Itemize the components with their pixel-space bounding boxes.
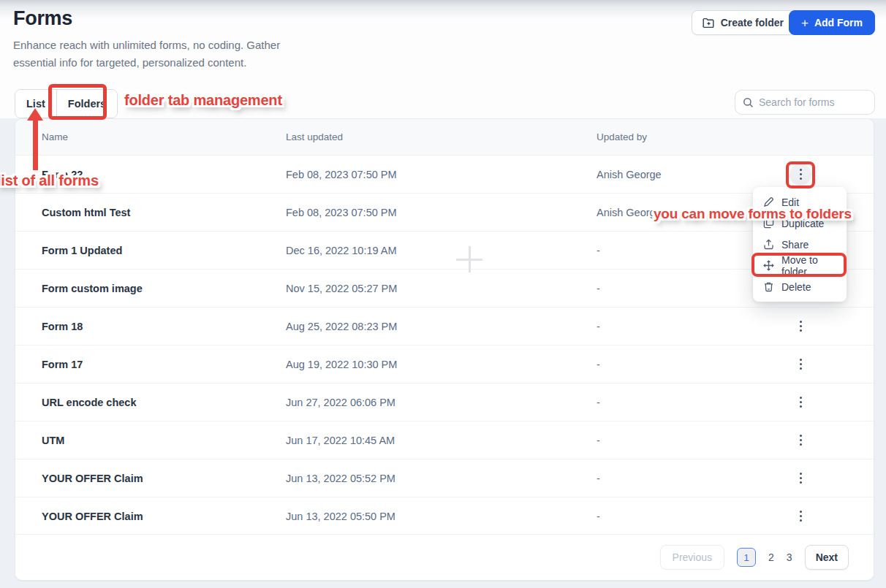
row-menu-button[interactable] [790,505,811,527]
last-updated: Nov 15, 2022 05:27 PM [286,283,597,294]
last-updated: Aug 25, 2022 08:23 PM [286,321,597,332]
updated-by: - [597,397,727,408]
table-row[interactable]: URL encode check Jun 27, 2022 06:06 PM - [15,383,874,421]
updated-by: - [597,283,727,294]
search-input[interactable] [759,96,867,108]
add-form-button[interactable]: + Add Form [789,10,875,35]
table-row[interactable]: YOUR OFFER Claim Jun 13, 2022 05:52 PM - [15,459,874,497]
row-context-menu: Edit Duplicate Share Move to folder [753,187,847,302]
form-name: Form 18 [15,321,286,332]
table-row[interactable]: Form custom image Nov 15, 2022 05:27 PM … [15,270,874,308]
page-title: Forms [13,7,72,30]
page-2-button[interactable]: 2 [768,551,774,563]
add-form-label: Add Form [814,17,863,28]
annotation-box-folders-tab [48,84,107,120]
plus-icon: + [801,17,809,29]
annotation-box-move-to-folder [751,253,847,277]
menu-item-delete[interactable]: Delete [753,276,847,297]
table-row[interactable]: Form 22 Feb 08, 2023 07:50 PM Anish Geor… [15,156,874,194]
table-header-row: Name Last updated Updated by [15,119,874,156]
search-icon [743,97,754,108]
updated-by: Anish George [597,169,727,180]
share-icon [763,239,774,250]
pagination: Previous 1 2 3 Next [15,534,874,580]
folder-plus-icon [703,18,715,28]
last-updated: Aug 19, 2022 10:30 PM [286,359,597,370]
updated-by: - [597,511,727,522]
updated-by: - [597,359,727,370]
form-name: YOUR OFFER Claim [15,473,286,484]
create-folder-label: Create folder [721,17,784,28]
updated-by: - [597,321,727,332]
annotation-arrow-up [26,108,44,171]
row-menu-button[interactable] [790,354,811,375]
subtitle-line-2: essential info for targeted, personalize… [13,54,280,72]
search-box[interactable] [735,90,875,115]
last-updated: Jun 13, 2022 05:50 PM [286,511,597,522]
updated-by: - [597,245,727,256]
page-1-button[interactable]: 1 [737,548,756,567]
create-folder-button[interactable]: Create folder [692,10,795,35]
form-name: URL encode check [15,397,286,408]
updated-by: - [597,435,727,446]
form-name: YOUR OFFER Claim [15,511,286,522]
column-header-updated-by: Updated by [597,131,727,142]
column-header-name: Name [15,131,286,142]
forms-table-card: Name Last updated Updated by Form 22 Feb… [15,118,874,581]
table-row[interactable]: Form 17 Aug 19, 2022 10:30 PM - [15,345,874,383]
form-name: Form 1 Updated [15,245,286,256]
form-name: Custom html Test [15,207,286,218]
table-row[interactable]: Form 1 Updated Dec 16, 2022 10:19 AM - [15,232,874,270]
last-updated: Feb 08, 2023 07:50 PM [286,169,597,180]
form-name: Form 17 [15,359,286,370]
trash-icon [763,281,774,292]
column-header-last-updated: Last updated [286,131,597,142]
last-updated: Jun 17, 2022 10:45 AM [286,435,597,446]
table-row[interactable]: UTM Jun 17, 2022 10:45 AM - [15,421,874,459]
row-menu-button[interactable] [790,429,811,451]
page-3-button[interactable]: 3 [787,551,792,563]
table-row[interactable]: YOUR OFFER Claim Jun 13, 2022 05:50 PM - [15,497,874,535]
page-subtitle: Enhance reach with unlimited forms, no c… [13,37,280,72]
crosshair-cursor [456,246,482,272]
table-row[interactable]: Form 18 Aug 25, 2022 08:23 PM - [15,308,874,345]
annotation-text-list-of-all-forms: list of all forms [0,172,99,189]
annotation-text-move-forms-to-folders: you can move forms to folders [654,206,852,222]
annotation-box-row-menu [786,161,815,188]
row-menu-button[interactable] [790,392,811,413]
last-updated: Jun 27, 2022 06:06 PM [286,397,597,408]
form-name: Form custom image [15,283,286,294]
last-updated: Dec 16, 2022 10:19 AM [286,245,597,256]
subtitle-line-1: Enhance reach with unlimited forms, no c… [13,37,280,54]
annotation-text-folder-tab-management: folder tab management [124,92,282,109]
menu-item-share[interactable]: Share [753,234,847,255]
last-updated: Jun 13, 2022 05:52 PM [286,473,597,484]
next-page-button[interactable]: Next [805,545,849,570]
row-menu-button[interactable] [790,316,811,337]
row-menu-button[interactable] [790,467,811,489]
form-name: UTM [15,435,286,446]
updated-by: - [597,473,727,484]
last-updated: Feb 08, 2023 07:50 PM [286,207,597,218]
previous-page-button[interactable]: Previous [660,545,724,570]
